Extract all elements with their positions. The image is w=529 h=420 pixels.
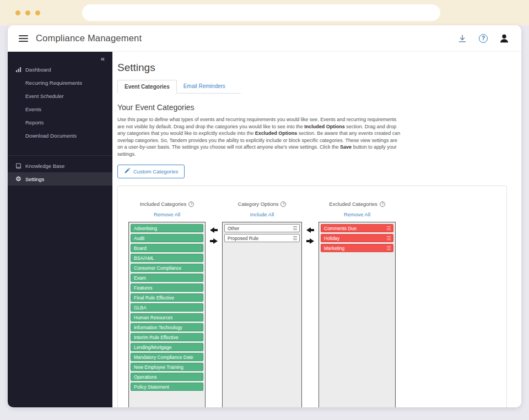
move-left-arrow-icon[interactable] [306,227,314,233]
drag-handle-icon[interactable] [293,236,297,240]
drag-handle-icon[interactable] [387,236,391,240]
excluded-category-item[interactable]: Comments Due [321,224,393,232]
tab-email-reminders[interactable]: Email Reminders [177,80,232,93]
category-label: GLBA [134,305,147,310]
help-circle-icon[interactable]: ? [380,201,385,207]
category-label: Consumer Compliance [134,265,181,271]
included-category-item[interactable]: Lending/Mortgage [131,343,203,351]
excluded-categories-column: Excluded Categories ? Remove All Comment… [319,201,396,407]
category-label: Holiday [324,236,339,241]
category-label: Board [134,246,147,251]
category-label: Other [228,226,239,231]
app-title: Compliance Management [36,33,142,43]
category-label: Advertising [134,226,157,231]
move-right-arrow-icon[interactable] [210,238,218,244]
sidebar-item-reports[interactable]: Reports [8,116,112,129]
sidebar-item-label: Event Scheduler [25,93,64,99]
drag-handle-icon[interactable] [387,246,391,250]
move-right-arrow-icon[interactable] [306,238,314,244]
description-text: Use this page to define what types of ev… [117,116,402,157]
sidebar-item-dashboard[interactable]: Dashboard [8,63,112,76]
category-label: BSA/AML [134,255,154,261]
move-left-arrow-icon[interactable] [210,227,218,233]
included-category-item[interactable]: Board [131,244,203,252]
download-icon[interactable] [456,32,468,45]
category-label: Operations [134,374,157,380]
included-category-item[interactable]: Human Resources [131,313,203,321]
category-label: Lending/Mortgage [134,345,172,350]
included-category-item[interactable]: Consumer Compliance [131,264,203,272]
category-options-header: Category Options ? [238,201,287,207]
help-circle-icon[interactable]: ? [188,201,194,207]
sidebar-item-knowledge-base[interactable]: Knowledge Base [8,159,112,172]
window-dot[interactable] [25,10,30,15]
help-circle-icon[interactable]: ? [280,201,286,207]
category-label: Comments Due [324,226,357,231]
sidebar-item-label: Reports [25,119,44,126]
sidebar-item-recurring-requirements[interactable]: Recurring Requirements [8,76,112,89]
sidebar-collapse-icon[interactable]: « [93,53,112,63]
drag-handle-icon[interactable] [387,226,391,230]
category-label: Marketing [324,246,344,251]
category-label: Audit [134,236,144,241]
sidebar-item-download-documents[interactable]: Download Documents [8,129,112,142]
included-category-item[interactable]: New Employee Training [131,363,203,371]
browser-chrome [0,0,529,25]
gear-icon: ⚙ [15,176,22,182]
include-all-link[interactable]: Include All [250,211,274,217]
included-category-item[interactable]: Information Technology [131,323,203,331]
sidebar: « Dashboard Recurring Requirements Event… [8,52,112,407]
included-category-item[interactable]: GLBA [131,303,203,312]
category-label: Exam [134,275,146,281]
included-category-item[interactable]: Mandatory Compliance Date [131,353,203,361]
sidebar-item-label: Dashboard [25,67,51,73]
custom-categories-button[interactable]: Custom Categories [117,165,185,178]
included-categories-header: Included Categories ? [140,201,195,207]
included-category-item[interactable]: Audit [131,234,203,242]
sidebar-item-label: Settings [25,176,44,182]
tab-event-categories[interactable]: Event Categories [117,80,177,94]
remove-all-link[interactable]: Remove All [344,211,370,217]
category-options-column: Category Options ? Include All Other [222,201,302,407]
excluded-categories-list: Comments Due Holiday Marketi [319,222,396,407]
app-window: Compliance Management ? « [8,25,521,407]
sidebar-item-event-scheduler[interactable]: Event Scheduler [8,89,112,102]
included-category-item[interactable]: Interim Rule Effective [131,333,203,341]
sidebar-item-settings[interactable]: ⚙ Settings [8,172,112,186]
window-dot[interactable] [15,10,20,15]
tab-bar: Event Categories Email Reminders [117,80,241,94]
category-options-list: Other Proposed Rule [222,222,302,407]
app-body: « Dashboard Recurring Requirements Event… [8,52,521,407]
included-category-item[interactable]: Operations [131,373,203,381]
excluded-category-item[interactable]: Marketing [321,244,393,252]
included-category-item[interactable]: Advertising [131,224,203,232]
address-bar[interactable] [82,4,440,21]
category-label: New Employee Training [134,364,183,370]
custom-categories-label: Custom Categories [133,168,178,174]
category-label: Mandatory Compliance Date [134,354,193,360]
category-label: Features [134,285,153,291]
option-category-item[interactable]: Proposed Rule [224,234,300,242]
remove-all-link[interactable]: Remove All [154,211,180,217]
category-label: Human Resources [134,315,172,320]
sidebar-item-label: Knowledge Base [25,163,64,169]
user-avatar-icon[interactable] [498,32,510,45]
excluded-category-item[interactable]: Holiday [321,234,393,242]
excluded-categories-header: Excluded Categories ? [329,201,385,207]
sidebar-bottom-group: Knowledge Base ⚙ Settings [8,155,112,186]
included-category-item[interactable]: Exam [131,274,203,282]
menu-icon[interactable] [19,35,28,42]
category-label: Proposed Rule [228,236,258,241]
sidebar-item-label: Recurring Requirements [25,80,82,86]
option-category-item[interactable]: Other [224,224,300,232]
included-category-item[interactable]: BSA/AML [131,254,203,262]
window-dot[interactable] [35,10,40,15]
move-arrows-right-group [302,201,319,244]
included-category-item[interactable]: Features [131,283,203,292]
included-category-item[interactable]: Final Rule Effective [131,293,203,302]
included-category-item[interactable]: Policy Statement [131,383,203,391]
sidebar-item-events[interactable]: Events [8,102,112,116]
drag-handle-icon[interactable] [293,226,297,230]
bar-chart-icon [15,67,22,73]
help-icon[interactable]: ? [477,32,489,45]
